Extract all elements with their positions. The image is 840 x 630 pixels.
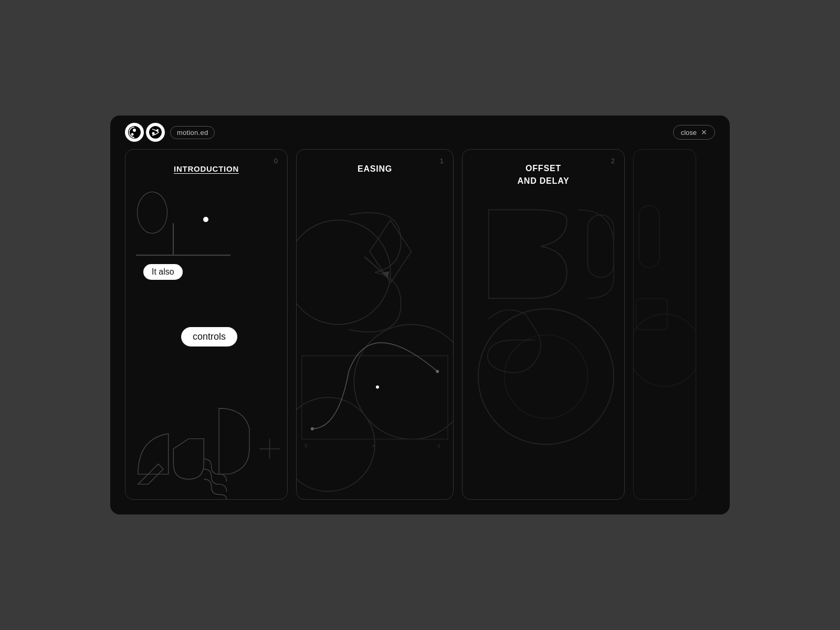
controls-pill: controls	[181, 327, 237, 346]
card-offset-delay[interactable]: 2 OFFSET AND DELAY	[462, 149, 625, 500]
logo-icon-2	[146, 123, 165, 142]
close-icon: ✕	[701, 128, 707, 136]
svg-point-25	[634, 314, 696, 386]
svg-text:0: 0	[304, 443, 308, 448]
cards-container: 0 INTRODUCTION It also	[110, 149, 730, 514]
svg-point-3	[149, 126, 162, 139]
svg-rect-23	[587, 215, 614, 277]
svg-point-15	[376, 385, 379, 388]
header-left: motion.ed	[125, 123, 215, 142]
svg-point-5	[152, 132, 155, 135]
v-line	[173, 223, 174, 255]
svg-point-21	[478, 309, 614, 444]
svg-point-1	[133, 129, 136, 132]
svg-line-11	[364, 257, 388, 278]
card-easing[interactable]: 1 EASING	[296, 149, 454, 500]
oval-deco	[137, 192, 167, 234]
it-also-pill: It also	[143, 264, 183, 280]
close-label: close	[681, 129, 697, 136]
card-3-deco-svg	[634, 150, 696, 499]
card-2-deco-svg	[463, 150, 624, 499]
svg-point-2	[131, 133, 134, 136]
card-1-deco-svg: 0 x 1	[297, 150, 453, 499]
card-0-title: INTRODUCTION	[125, 164, 287, 173]
svg-text:x: x	[372, 443, 375, 448]
svg-point-16	[436, 370, 439, 373]
card-0-number: 0	[274, 157, 278, 165]
header: motion.ed close ✕	[110, 116, 730, 149]
svg-point-0	[128, 126, 141, 139]
card-partial	[633, 149, 696, 500]
app-window: motion.ed close ✕ 0 INTRODUCTION It also	[110, 116, 730, 514]
svg-point-4	[156, 129, 159, 131]
card-introduction[interactable]: 0 INTRODUCTION It also	[125, 149, 288, 500]
svg-text:1: 1	[437, 443, 440, 448]
logo-icons	[125, 123, 165, 142]
white-dot	[203, 217, 208, 222]
brand-pill: motion.ed	[170, 126, 215, 139]
close-button[interactable]: close ✕	[673, 125, 715, 140]
h-line	[136, 255, 230, 256]
svg-rect-24	[639, 206, 659, 268]
svg-point-14	[311, 427, 314, 430]
logo-icon-1	[125, 123, 144, 142]
svg-point-22	[504, 335, 587, 418]
